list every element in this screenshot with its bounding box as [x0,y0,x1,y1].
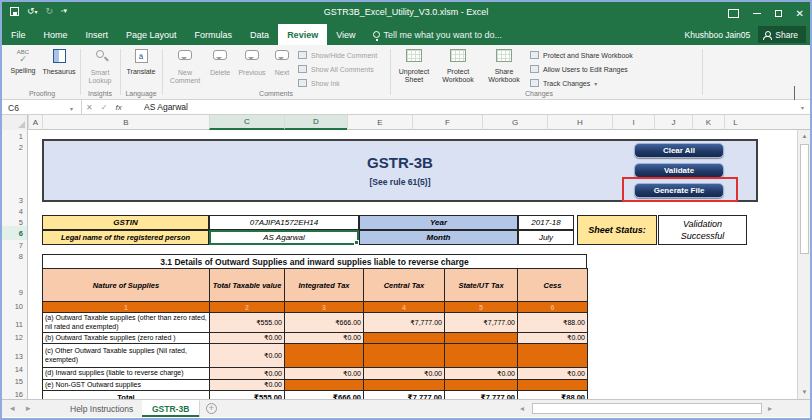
scroll-up-icon[interactable]: ▲ [798,130,811,142]
name-box-dropdown-icon[interactable]: ▾ [70,105,73,112]
tab-view[interactable]: View [327,24,364,45]
validate-button[interactable]: Validate [634,163,724,178]
delete-comment-button[interactable]: Delete [206,48,234,94]
row-header-6[interactable]: 6 [19,229,23,238]
cell-value[interactable]: ₹0.00 [445,368,518,380]
tab-home[interactable]: Home [35,24,77,45]
cell-value[interactable]: ₹0.00 [210,380,285,391]
confirm-entry-icon[interactable]: ✓ [101,103,108,112]
tab-data[interactable]: Data [241,24,278,45]
cell-value[interactable]: ₹0.00 [518,368,588,380]
cell-value[interactable]: ₹7,777.00 [364,313,445,333]
cancel-entry-icon[interactable]: ✕ [86,103,93,112]
allow-users-edit-ranges-button[interactable]: Allow Users to Edit Ranges [530,63,628,75]
spelling-button[interactable]: ABC✓ Spelling [7,48,39,94]
formula-bar-expand-icon[interactable]: ▾ [801,104,804,111]
row-header-3[interactable]: 3 [19,196,23,205]
unprotect-sheet-button[interactable]: Unprotect Sheet [394,48,434,94]
translate-button[interactable]: ā Translate [123,48,159,94]
clear-all-button[interactable]: Clear All [634,143,724,158]
col-header-E[interactable]: E [347,115,412,130]
cell-value[interactable]: ₹555.00 [210,313,285,333]
cell-value[interactable]: ₹7,777.00 [445,313,518,333]
cell-value[interactable]: ₹0.00 [364,368,445,380]
col-header-B[interactable]: B [42,115,209,130]
cell-value[interactable]: ₹0.00 [518,333,588,344]
sheet-tab-help-instructions[interactable]: Help Instructions [60,400,144,417]
tell-me-box[interactable]: Tell me what you want to do... [365,24,511,45]
hscroll-right-icon[interactable]: ▸ [768,404,772,413]
share-button[interactable]: Share [758,26,806,43]
row-header-15[interactable]: 15 [15,377,23,386]
col-header-L[interactable]: L [724,115,746,130]
protect-workbook-button[interactable]: Protect Workbook [436,48,480,94]
thesaurus-button[interactable]: Thesaurus [41,48,77,94]
row-header-12[interactable]: 12 [15,333,23,342]
sheet-tab-gstr-3b[interactable]: GSTR-3B [142,400,200,417]
col-header-D[interactable]: D [284,115,347,130]
row-header-14[interactable]: 14 [15,365,23,374]
tab-file[interactable]: File [2,24,35,45]
share-workbook-button[interactable]: Share Workbook [482,48,526,94]
show-hide-comment-button[interactable]: Show/Hide Comment [298,49,377,61]
col-header-A[interactable]: A [28,115,42,130]
vertical-scrollbar[interactable]: ▲ ▼ [797,130,811,399]
row-header-11[interactable]: 11 [15,320,23,329]
col-header-G[interactable]: G [482,115,547,130]
sheet-nav-next-icon[interactable]: ▸ [26,403,31,413]
row-header-2[interactable]: 2 [19,143,23,152]
cell-value[interactable]: ₹0.00 [210,344,285,368]
row-header-1[interactable]: 1 [19,132,23,141]
show-ink-button[interactable]: Show Ink [298,77,340,89]
close-icon[interactable]: ✕ [796,8,804,19]
horizontal-scroll-thumb[interactable] [532,403,762,414]
cell-value[interactable]: ₹0.00 [210,368,285,380]
tab-review[interactable]: Review [278,24,327,45]
legal-name-value-selected-cell[interactable]: AS Agarwal [209,230,359,245]
new-comment-button[interactable]: New Comment [166,48,204,94]
ribbon-display-options-icon[interactable] [728,9,739,18]
sheet-nav-prev-icon[interactable]: ◂ [10,403,15,413]
row-header-9[interactable]: 9 [19,288,23,297]
protect-share-workbook-button[interactable]: Protect and Share Workbook [530,49,633,61]
hscroll-left-icon[interactable]: ◂ [520,404,524,413]
col-header-K[interactable]: K [692,115,724,130]
user-name[interactable]: Khushboo Jain05 [685,30,751,40]
row-header-10[interactable]: 10 [15,302,23,311]
select-all-corner[interactable] [2,115,28,130]
restore-icon[interactable] [775,10,782,17]
tab-formulas[interactable]: Formulas [186,24,242,45]
insert-function-icon[interactable]: fx [115,103,121,112]
cell-value[interactable]: ₹88.00 [518,313,588,333]
col-header-I[interactable]: I [612,115,654,130]
cell-value[interactable]: ₹666.00 [285,313,364,333]
row-header-8[interactable]: 8 [19,252,23,261]
row-header-5[interactable]: 5 [19,218,23,227]
vertical-scroll-thumb[interactable] [800,144,809,254]
year-value[interactable]: 2017-18 [518,215,574,230]
show-all-comments-button[interactable]: Show All Comments [298,63,374,75]
col-header-H[interactable]: H [547,115,612,130]
previous-comment-button[interactable]: Previous [236,48,268,94]
add-sheet-icon[interactable]: + [206,403,217,414]
scroll-down-icon[interactable]: ▼ [798,386,811,398]
minimize-icon[interactable] [753,13,761,14]
cell-value[interactable]: ₹0.00 [210,333,285,344]
tab-page-layout[interactable]: Page Layout [117,24,186,45]
cell-value[interactable]: ₹0.00 [285,368,364,380]
gstin-value[interactable]: 07AJIPA1572EH14 [209,215,359,230]
smart-lookup-button[interactable]: Smart Lookup [83,48,117,94]
row-header-16[interactable]: 16 [15,390,23,399]
col-header-C[interactable]: C [209,115,284,130]
cell-value[interactable]: ₹0.00 [285,333,364,344]
row-header-13[interactable]: 13 [15,352,23,361]
col-header-F[interactable]: F [412,115,482,130]
next-comment-button[interactable]: Next [270,48,294,94]
row-header-7[interactable]: 7 [19,241,23,250]
tab-insert[interactable]: Insert [77,24,118,45]
month-value[interactable]: July [518,230,574,245]
formula-bar-value[interactable]: AS Agarwal [144,102,188,112]
row-header-4[interactable]: 4 [19,207,23,216]
track-changes-button[interactable]: Track Changes ▾ [530,77,597,89]
col-header-J[interactable]: J [654,115,692,130]
